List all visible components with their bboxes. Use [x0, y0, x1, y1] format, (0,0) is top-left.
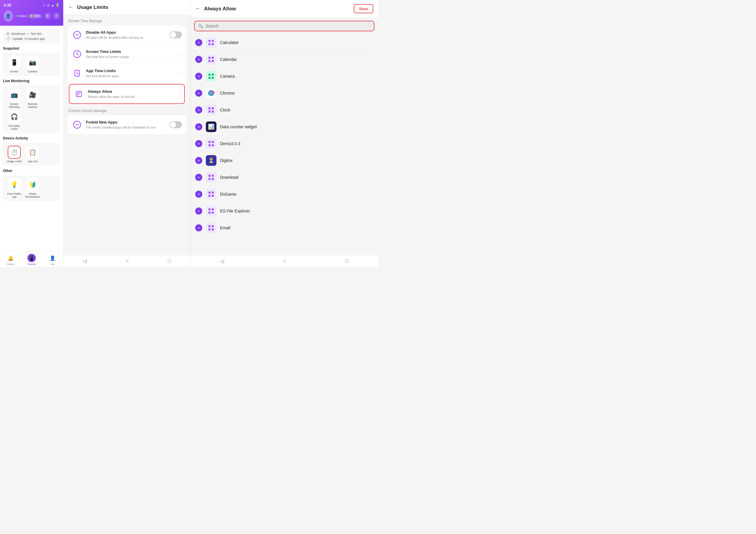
app-item-clock[interactable]: + Clock — [194, 102, 374, 119]
always-allow-item[interactable]: Always Allow Always allow the apps on th… — [69, 84, 185, 104]
disable-all-toggle[interactable] — [170, 31, 182, 39]
svg-rect-23 — [212, 73, 214, 76]
middle-back-btn[interactable]: ← — [68, 4, 73, 10]
online-label: Online — [18, 14, 27, 18]
svg-rect-16 — [208, 43, 210, 45]
app-time-arrow: › — [180, 71, 182, 76]
svg-line-4 — [77, 54, 79, 55]
chrome-logo-icon — [208, 90, 215, 97]
svg-rect-51 — [212, 225, 214, 227]
nav-me[interactable]: 👤 Me — [42, 254, 63, 266]
add-calendar-btn[interactable]: + — [195, 56, 202, 63]
screen-label: Screen — [10, 70, 19, 73]
right-home-sym[interactable]: ○ — [283, 258, 286, 264]
download-name: Download — [220, 175, 373, 180]
live-screen-mirroring[interactable]: 📺 Screen Mirroring — [6, 88, 22, 108]
search-input[interactable] — [205, 24, 370, 28]
app-item-calculator[interactable]: + Calculator — [194, 34, 374, 51]
snapshot-grid: 📱 Screen 📷 Camera — [3, 53, 60, 76]
usage-limits-icon-box: ⏱️ — [8, 146, 21, 159]
add-camera-btn[interactable]: + — [195, 73, 202, 80]
disable-all-subtitle: All apps will be disabled after turning … — [86, 36, 166, 40]
disable-all-icon-wrap — [72, 30, 82, 40]
app-item-chrome[interactable]: + Chrome — [194, 85, 374, 102]
app-item-demo[interactable]: + Demo3.0.3 — [194, 135, 374, 152]
right-recents-sym[interactable]: □ — [345, 258, 348, 264]
geofence-value: Not Set — [31, 32, 41, 36]
content-access-manage-label: Content Access Manage — [68, 109, 186, 113]
middle-back-sym[interactable]: ◁ — [83, 258, 87, 264]
check-permissions-item[interactable]: 🔰 Check Permissions — [24, 178, 41, 198]
usage-limits-item[interactable]: ⏱️ Usage Limits — [6, 146, 22, 163]
app-item-data-counter[interactable]: + 📊 Data counter widget — [194, 119, 374, 135]
add-chrome-btn[interactable]: + — [195, 90, 202, 97]
live-remote-camera[interactable]: 🎥 Remote Camera — [24, 88, 41, 108]
status-icons: ▷ ◎ ▲ 🔋 — [43, 3, 60, 7]
middle-recents-sym[interactable]: □ — [168, 258, 171, 264]
header-actions: ▾ + — [44, 13, 60, 19]
add-download-btn[interactable]: + — [195, 174, 202, 181]
add-demo-btn[interactable]: + — [195, 140, 202, 147]
screen-time-limits-subtitle: Set total time of screen usage — [86, 55, 177, 59]
app-item-calendar[interactable]: + Calendar — [194, 51, 374, 68]
app-item-dsgame[interactable]: + DsGame — [194, 186, 374, 203]
nav-device[interactable]: 📱 Device — [21, 254, 42, 266]
live-one-way-audio[interactable]: 🎧 One-Way Audio — [6, 110, 22, 130]
dropdown-btn[interactable]: ▾ — [44, 13, 51, 19]
app-item-digitox[interactable]: + ⏳ Digitox — [194, 152, 374, 169]
app-grid-icon9 — [208, 225, 214, 231]
digitox-sym: ⏳ — [208, 157, 214, 164]
live-monitoring-label: Live Monitoring — [3, 79, 60, 83]
add-btn[interactable]: + — [53, 13, 60, 19]
app-item-es-file[interactable]: + ES File Explorer — [194, 203, 374, 220]
geofence-icon: ◎ — [7, 32, 10, 36]
disable-all-icon — [73, 31, 81, 39]
add-email-btn[interactable]: + — [195, 224, 202, 231]
forbid-new-apps-item[interactable]: Forbid New Apps The newly installed apps… — [68, 115, 186, 134]
screen-time-manage-card: Disable All Apps All apps will be disabl… — [68, 25, 186, 105]
always-allow-title: Always Allow — [88, 89, 175, 94]
right-panel-title: Always Allow — [204, 6, 350, 12]
find-child-icon-box: 💡 — [8, 178, 21, 191]
always-allow-icon — [75, 90, 83, 98]
app-grid-icon3 — [208, 73, 214, 79]
device-nav-icon: 📱 — [27, 254, 36, 262]
nav-notice[interactable]: 🔔 Notice — [0, 254, 21, 266]
right-back-sym[interactable]: ◁ — [220, 258, 224, 264]
app-item-email[interactable]: + Email — [194, 220, 374, 237]
app-item-download[interactable]: + Download — [194, 169, 374, 186]
add-es-file-btn[interactable]: + — [195, 208, 202, 214]
remote-camera-icon-box: 🎥 — [26, 88, 39, 101]
snapshot-camera[interactable]: 📷 Camera — [24, 56, 41, 73]
svg-rect-53 — [212, 228, 214, 231]
me-nav-label: Me — [51, 263, 55, 266]
app-item-camera[interactable]: + Camera — [194, 68, 374, 85]
screen-time-limits-item[interactable]: Screen Time Limits Set total time of scr… — [68, 44, 186, 64]
snapshot-screen[interactable]: 📱 Screen — [6, 56, 22, 73]
right-panel: ← Always Allow Save 🔍 + Calculator + — [190, 0, 378, 267]
svg-rect-42 — [208, 191, 210, 194]
always-allow-text: Always Allow Always allow the apps on th… — [88, 89, 175, 99]
add-data-counter-btn[interactable]: + — [195, 123, 202, 130]
add-digitox-btn[interactable]: + — [195, 157, 202, 164]
data-counter-icon: 📊 — [206, 122, 216, 132]
right-back-btn[interactable]: ← — [195, 6, 201, 12]
forbid-new-toggle[interactable] — [170, 121, 182, 128]
app-list-item[interactable]: 📋 App List — [24, 146, 41, 163]
left-panel: 4:35 ▷ ◎ ▲ 🔋 👤 Online 🔋 89% — [0, 0, 64, 267]
app-time-limits-item[interactable]: App Time Limits Set time limits for apps… — [68, 64, 186, 83]
svg-rect-38 — [208, 175, 210, 177]
app-list: + Calculator + Cale — [190, 34, 378, 255]
save-button[interactable]: Save — [354, 4, 373, 13]
middle-bottom-nav: ◁ ○ □ — [64, 255, 190, 267]
add-dsgame-btn[interactable]: + — [195, 191, 202, 198]
middle-home-sym[interactable]: ○ — [126, 258, 129, 264]
add-clock-btn[interactable]: + — [195, 106, 202, 113]
screen-time-manage-label: Screen Time Manage — [68, 19, 186, 23]
svg-rect-19 — [212, 57, 214, 59]
disable-all-apps-item[interactable]: Disable All Apps All apps will be disabl… — [68, 25, 186, 44]
find-child-app-item[interactable]: 💡 Find Child's App — [6, 178, 22, 198]
add-calculator-btn[interactable]: + — [195, 39, 202, 46]
svg-rect-22 — [208, 73, 210, 76]
app-time-icon-wrap — [72, 68, 82, 79]
